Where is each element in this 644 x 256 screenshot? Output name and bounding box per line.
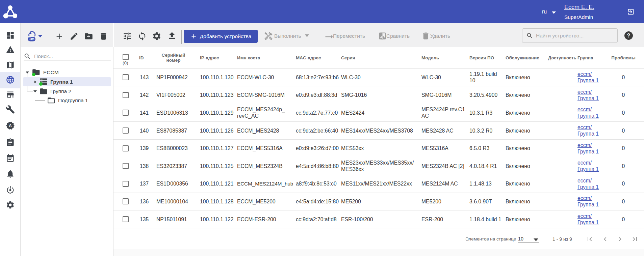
- svg-text:A: A: [9, 123, 12, 128]
- svg-text:1m: 1m: [29, 37, 34, 41]
